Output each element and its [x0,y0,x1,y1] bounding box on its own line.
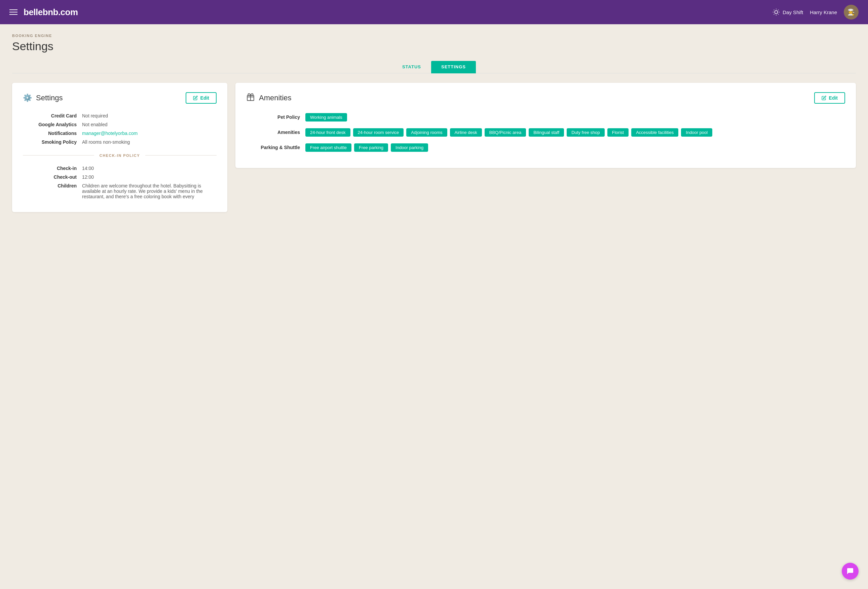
amenities-title-group: Amenities [246,93,292,103]
gift-icon [246,93,255,103]
amenities-card-title: Amenities [259,93,292,102]
notifications-label: Notifications [23,130,77,136]
check-in-value: 14:00 [82,166,217,171]
check-in-divider: Check-in Policy [23,152,217,158]
pet-policy-row: Pet Policy Working animals [246,113,845,121]
check-in-section-label: Check-in Policy [94,154,145,157]
credit-card-label: Credit Card [23,113,77,118]
page-content: Booking Engine Settings STATUS SETTINGS … [0,24,868,222]
tag-indoor-pool: Indoor pool [681,128,712,137]
parking-shuttle-label: Parking & Shuttle [246,144,300,150]
chat-icon [846,567,854,575]
breadcrumb: Booking Engine [12,34,856,38]
amenities-tags: 24-hour front desk 24-hour room service … [306,128,845,137]
svg-line-7 [774,14,774,15]
notifications-row: Notifications manager@hotelyorba.com [23,130,217,136]
parking-shuttle-row: Parking & Shuttle Free airport shuttle F… [246,144,845,152]
gear-icon: ⚙️ [23,93,32,102]
google-analytics-label: Google Analytics [23,122,77,127]
amenities-edit-button[interactable]: Edit [814,92,845,104]
sun-icon [772,9,780,16]
amenities-section-label: Amenities [246,128,300,135]
hamburger-menu[interactable] [9,9,18,15]
header-right: Day Shift Harry Krane 👨‍🍳 [772,5,859,19]
tag-airline-desk: Airline desk [450,128,482,137]
tag-free-airport-shuttle: Free airport shuttle [306,144,351,152]
children-label: Children [23,183,77,188]
check-out-label: Check-out [23,174,77,180]
children-row: Children Children are welcome throughout… [23,183,217,199]
pencil-icon [822,96,826,100]
user-name: Harry Krane [810,9,837,15]
tag-accessible-facilities: Accessible facilities [631,128,678,137]
tag-indoor-parking: Indoor parking [391,144,428,152]
tag-working-animals: Working animals [306,113,347,121]
tag-bbq-picnic: BBQ/Picnic area [485,128,526,137]
chat-fab-button[interactable] [842,563,859,580]
logo: bellebnb.com [24,7,78,18]
settings-card-title: Settings [36,93,63,102]
amenities-card-header: Amenities Edit [246,92,845,104]
check-out-row: Check-out 12:00 [23,174,217,180]
credit-card-row: Credit Card Not required [23,113,217,118]
amenities-row: Amenities 24-hour front desk 24-hour roo… [246,128,845,137]
day-shift-toggle[interactable]: Day Shift [772,9,803,16]
smoking-policy-label: Smoking Policy [23,139,77,145]
settings-edit-button[interactable]: Edit [186,92,217,104]
settings-card-header: ⚙️ Settings Edit [23,92,217,104]
cards-row: ⚙️ Settings Edit Credit Card Not require… [12,83,856,212]
parking-tags: Free airport shuttle Free parking Indoor… [306,144,845,152]
tag-24h-room-service: 24-hour room service [353,128,404,137]
tag-24h-front-desk: 24-hour front desk [306,128,350,137]
header: bellebnb.com Day Shift Harry Krane 👨‍🍳 [0,0,868,24]
tag-florist: Florist [607,128,629,137]
tab-settings[interactable]: SETTINGS [431,61,476,73]
amenities-card: Amenities Edit Pet Policy Working animal… [235,83,856,168]
tag-free-parking: Free parking [354,144,388,152]
tag-bilingual-staff: Bilingual staff [528,128,564,137]
pet-policy-tags: Working animals [306,113,845,121]
avatar: 👨‍🍳 [844,5,859,19]
tabs-bar: STATUS SETTINGS [12,61,856,73]
check-out-value: 12:00 [82,174,217,180]
header-left: bellebnb.com [9,7,78,18]
check-in-label: Check-in [23,166,77,171]
pencil-icon [193,96,198,100]
smoking-policy-row: Smoking Policy All rooms non-smoking [23,139,217,145]
children-value: Children are welcome throughout the hote… [82,183,217,199]
page-title: Settings [12,40,856,53]
day-shift-label: Day Shift [782,9,803,15]
tag-adjoining-rooms: Adjoining rooms [406,128,447,137]
svg-point-0 [775,10,778,13]
tag-duty-free-shop: Duty free shop [567,128,605,137]
credit-card-value: Not required [82,113,217,118]
check-in-row: Check-in 14:00 [23,166,217,171]
pet-policy-label: Pet Policy [246,113,300,120]
svg-line-3 [774,10,774,10]
google-analytics-row: Google Analytics Not enabled [23,122,217,127]
tab-status[interactable]: STATUS [392,61,431,73]
settings-title-group: ⚙️ Settings [23,93,63,102]
smoking-policy-value: All rooms non-smoking [82,139,217,145]
google-analytics-value: Not enabled [82,122,217,127]
settings-card: ⚙️ Settings Edit Credit Card Not require… [12,83,227,212]
notifications-value[interactable]: manager@hotelyorba.com [82,130,217,136]
